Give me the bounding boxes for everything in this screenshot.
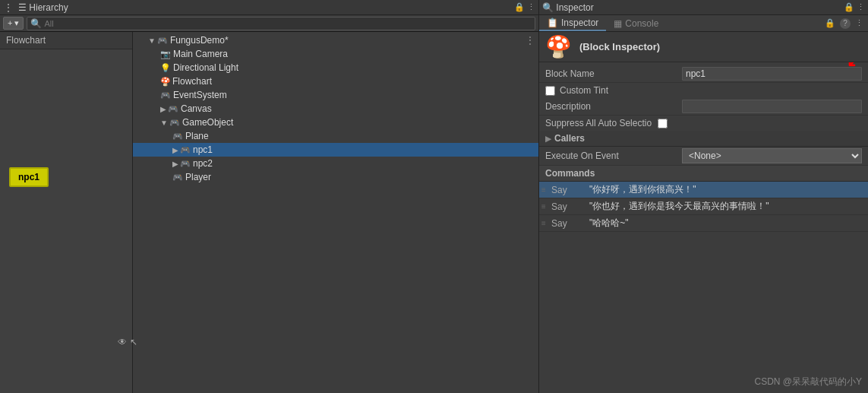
tree-item-maincamera[interactable]: 📷 Main Camera: [133, 47, 538, 61]
left-split: Flowchart npc1 👁 ↖ ▼ 🎮 FungusDemo* ⋮: [0, 32, 538, 393]
custom-tint-checkbox[interactable]: [545, 86, 555, 96]
hierarchy-toolbar: + ▾ 🔍: [0, 15, 538, 32]
tree-label-canvas: Canvas: [181, 103, 212, 114]
tree-item-directionallight[interactable]: 💡 Directional Light: [133, 61, 538, 74]
tree-item-flowchart[interactable]: 🍄 Flowchart: [133, 74, 538, 88]
inspector-tab-label: Inspector: [561, 17, 598, 28]
tree-arrow-npc2: ▶: [172, 160, 178, 168]
tree-label-npc2: npc2: [193, 158, 213, 169]
tree-item-player[interactable]: 🎮 Player: [133, 170, 538, 184]
hierarchy-tree[interactable]: ▼ 🎮 FungusDemo* ⋮ 📷 Main Camera 💡 Direct…: [133, 32, 538, 393]
tree-arrow-npc1: ▶: [172, 146, 178, 154]
command-handle-0: ≡: [539, 185, 548, 194]
top-bar-left: ⋮ ☰ Hierarchy 🔒 ⋮: [0, 0, 539, 14]
inspector-dots-btn[interactable]: ⋮: [855, 18, 863, 28]
command-row-1[interactable]: ≡ Say "你也好，遇到你是我今天最高兴的事情啦！": [539, 198, 868, 215]
block-name-row: Block Name ➜: [539, 65, 868, 83]
search-icon: 🔍: [30, 18, 42, 29]
tree-label-fungusdemo: FungusDemo*: [170, 35, 229, 46]
inspector-tab[interactable]: 📋 Inspector: [539, 16, 606, 31]
plane-icon: 🎮: [172, 132, 183, 141]
tree-item-npc2[interactable]: ▶ 🎮 npc2: [133, 157, 538, 170]
commands-header: Commands: [539, 166, 868, 182]
inspector-help-btn[interactable]: ?: [840, 18, 851, 29]
command-row-0[interactable]: ≡ Say "你好呀，遇到你很高兴！": [539, 182, 868, 198]
tree-label-directionallight: Directional Light: [173, 62, 238, 73]
description-label: Description: [545, 101, 682, 112]
tree-label-flowchart: Flowchart: [172, 76, 212, 87]
suppress-checkbox[interactable]: [658, 119, 668, 128]
console-tab-label: Console: [625, 18, 658, 29]
tree-item-eventsystem[interactable]: 🎮 EventSystem: [133, 88, 538, 102]
inspector-topbar-label: 🔍 Inspector: [542, 2, 594, 13]
block-name-input[interactable]: [682, 67, 862, 81]
flowchart-canvas[interactable]: npc1 👁 ↖: [0, 49, 132, 393]
tree-arrow-canvas: ▶: [160, 105, 166, 113]
suppress-row: Suppress All Auto Selectio: [539, 116, 868, 131]
top-bar-right: 🔍 Inspector 🔒 ⋮: [539, 0, 868, 14]
custom-tint-row: Custom Tint: [539, 83, 868, 98]
inspector-lock-icon[interactable]: 🔒 ⋮: [844, 2, 865, 12]
callers-arrow: ▶: [545, 135, 551, 143]
block-title: (Block Inspector): [579, 41, 660, 52]
callers-section[interactable]: ▶ Callers: [539, 131, 868, 147]
flowchart-area: Flowchart npc1 👁 ↖: [0, 32, 133, 393]
tree-item-npc1[interactable]: ▶ 🎮 npc1: [133, 143, 538, 157]
tree-label-npc1: npc1: [193, 144, 213, 155]
gameobject-icon: 🎮: [169, 118, 180, 128]
command-text-0: "你好呀，遇到你很高兴！": [586, 183, 868, 196]
tree-item-canvas[interactable]: ▶ 🎮 Canvas: [133, 102, 538, 116]
mushroom-icon-small: 🍄: [160, 77, 171, 87]
description-row: Description: [539, 98, 868, 116]
npc1-block[interactable]: npc1: [9, 167, 49, 187]
command-text-2: "哈哈哈~": [586, 217, 868, 230]
search-input[interactable]: [44, 19, 532, 28]
tree-dots-fungusdemo[interactable]: ⋮: [525, 34, 538, 46]
execute-on-event-select[interactable]: <None>: [682, 148, 862, 163]
suppress-label: Suppress All Auto Selectio: [545, 118, 652, 128]
block-name-label: Block Name: [545, 68, 682, 79]
tree-item-fungusdemo[interactable]: ▼ 🎮 FungusDemo* ⋮: [133, 33, 538, 47]
canvas-icon: 🎮: [168, 104, 178, 114]
inspector-header: 📋 Inspector ▦ Console 🔒 ? ⋮: [539, 15, 868, 32]
command-text-1: "你也好，遇到你是我今天最高兴的事情啦！": [586, 200, 868, 213]
left-dots-icon: ⋮: [3, 2, 14, 14]
tree-arrow-fungusdemo: ▼: [148, 36, 156, 45]
tree-item-gameobject[interactable]: ▼ 🎮 GameObject: [133, 116, 538, 129]
inspector-lock-btn[interactable]: 🔒: [825, 18, 835, 28]
block-inspector-container: 🍄 (Block Inspector): [539, 32, 868, 62]
camera-icon: 📷: [160, 49, 171, 59]
npc1-icon: 🎮: [180, 145, 191, 155]
npc2-icon: 🎮: [180, 159, 191, 169]
command-type-0: Say: [548, 185, 586, 195]
command-type-2: Say: [548, 218, 586, 229]
description-input[interactable]: [682, 100, 862, 113]
mushroom-large-icon: 🍄: [545, 34, 572, 59]
inspector-actions: 🔒 ? ⋮: [825, 18, 868, 29]
tree-label-plane: Plane: [185, 131, 209, 141]
console-tab[interactable]: ▦ Console: [606, 17, 666, 30]
eye-icon[interactable]: 👁: [118, 337, 127, 347]
hierarchy-tab-label: ☰ Hierarchy: [18, 2, 68, 13]
command-handle-2: ≡: [539, 219, 548, 227]
search-box[interactable]: 🔍: [27, 17, 535, 30]
right-panel: 📋 Inspector ▦ Console 🔒 ? ⋮ 🍄 (Block Ins…: [539, 15, 868, 393]
flowchart-label: Flowchart: [0, 32, 132, 49]
tree-label-gameobject: GameObject: [182, 117, 233, 128]
left-panel: + ▾ 🔍 Flowchart npc1 👁 ↖: [0, 15, 539, 393]
tree-label-player: Player: [185, 172, 211, 182]
command-row-2[interactable]: ≡ Say "哈哈哈~": [539, 215, 868, 232]
execute-on-event-label: Execute On Event: [545, 151, 682, 161]
tree-item-plane[interactable]: 🎮 Plane: [133, 129, 538, 143]
command-type-1: Say: [548, 201, 586, 212]
commands-label: Commands: [545, 168, 595, 179]
block-inspector-header: 🍄 (Block Inspector): [539, 32, 868, 62]
cursor-icon[interactable]: ↖: [130, 337, 137, 347]
add-button[interactable]: + ▾: [3, 17, 24, 30]
hierarchy-lock-icon[interactable]: 🔒 ⋮: [514, 2, 535, 12]
execute-on-event-row: Execute On Event <None>: [539, 147, 868, 166]
callers-label: Callers: [554, 133, 585, 144]
flowchart-icons: 👁 ↖: [118, 337, 137, 347]
console-tab-icon: ▦: [614, 18, 622, 29]
inspector-body: Block Name ➜ Custom Tint Description Sup…: [539, 62, 868, 393]
